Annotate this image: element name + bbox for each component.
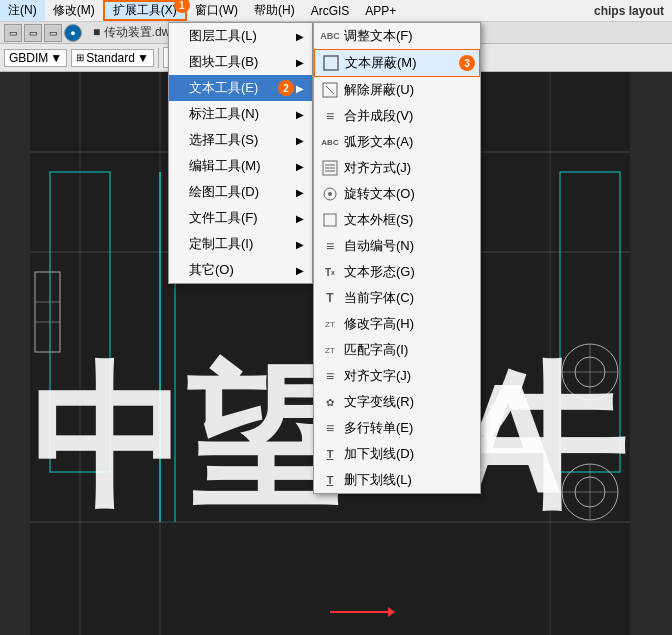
svg-rect-36 bbox=[324, 214, 336, 226]
menu-dingzhi[interactable]: 定制工具(I) ▶ bbox=[169, 231, 312, 257]
submenu-duohang[interactable]: ≡ 多行转单(E) bbox=[314, 415, 480, 441]
submenu-jiaxia[interactable]: T 加下划线(D) bbox=[314, 441, 480, 467]
toolbar-icon-2[interactable]: ▭ bbox=[24, 24, 42, 42]
svg-marker-26 bbox=[388, 607, 395, 617]
hebing-icon: ≡ bbox=[322, 108, 338, 124]
duiqiwen-icon: ≡ bbox=[322, 368, 338, 384]
svg-point-35 bbox=[328, 192, 332, 196]
kuozhan-dropdown: 图层工具(L) ▶ 图块工具(B) ▶ 文本工具(E) ▶ 2 标注工具(N) … bbox=[168, 22, 313, 284]
xuanzhuan-icon bbox=[322, 186, 338, 202]
svg-rect-10 bbox=[35, 272, 60, 352]
submenu-wenbenping[interactable]: 文本屏蔽(M) 3 bbox=[314, 49, 480, 77]
bianzhu-arrow: ▶ bbox=[296, 109, 304, 120]
toolbar-icon-4[interactable]: ● bbox=[64, 24, 82, 42]
toolbar-icon-3[interactable]: ▭ bbox=[44, 24, 62, 42]
duiqi-icon bbox=[322, 160, 338, 176]
wenben-submenu: ABC 调整文本(F) 文本屏蔽(M) 3 解除屏蔽(U) ≡ 合并成段(V) … bbox=[313, 22, 481, 494]
svg-rect-27 bbox=[324, 56, 338, 70]
svg-rect-0 bbox=[0, 72, 30, 635]
zibian-icon: ≡ bbox=[322, 238, 338, 254]
divider1 bbox=[158, 48, 159, 68]
pipei-icon: ZT bbox=[322, 342, 338, 358]
submenu-dangqian[interactable]: T 当前字体(C) bbox=[314, 285, 480, 311]
qita-arrow: ▶ bbox=[296, 265, 304, 276]
submenu-hebing[interactable]: ≡ 合并成段(V) bbox=[314, 103, 480, 129]
menu-qita[interactable]: 其它(O) ▶ bbox=[169, 257, 312, 283]
menu-zhu[interactable]: 注(N) bbox=[0, 0, 45, 21]
submenu-tiaozhen[interactable]: ABC 调整文本(F) bbox=[314, 23, 480, 49]
menu-chuangkou[interactable]: 窗口(W) bbox=[187, 0, 246, 21]
dingzhi-arrow: ▶ bbox=[296, 239, 304, 250]
submenu-wenzibian[interactable]: ✿ 文字变线(R) bbox=[314, 389, 480, 415]
gbdim-dropdown[interactable]: GBDIM ▼ bbox=[4, 49, 67, 67]
menu-bianji[interactable]: 编辑工具(M) ▶ bbox=[169, 153, 312, 179]
submenu-xuanzhuan[interactable]: 旋转文本(O) bbox=[314, 181, 480, 207]
submenu-zibian[interactable]: ≡ 自动编号(N) bbox=[314, 233, 480, 259]
submenu-duiqiwen[interactable]: ≡ 对齐文字(J) bbox=[314, 363, 480, 389]
submenu-pipei[interactable]: ZT 匹配字高(I) bbox=[314, 337, 480, 363]
shanxia-icon: T bbox=[322, 472, 338, 488]
menu-arcgis[interactable]: ArcGIS bbox=[303, 0, 358, 21]
wenbx-icon: Tx bbox=[322, 264, 338, 280]
tukuai-arrow: ▶ bbox=[296, 57, 304, 68]
xiugaizi-icon: ZT bbox=[322, 316, 338, 332]
submenu-duiqi[interactable]: 对齐方式(J) bbox=[314, 155, 480, 181]
huxing-icon: ABC bbox=[322, 134, 338, 150]
wenbenwai-icon bbox=[322, 212, 338, 228]
gbdim-arrow: ▼ bbox=[50, 51, 62, 65]
menu-app[interactable]: APP+ bbox=[357, 0, 404, 21]
svg-line-29 bbox=[326, 86, 334, 94]
menu-xiugai[interactable]: 修改(M) bbox=[45, 0, 103, 21]
menu-bianzhu[interactable]: 标注工具(N) ▶ bbox=[169, 101, 312, 127]
tiaozhen-icon: ABC bbox=[322, 28, 338, 44]
wenbenping-icon bbox=[323, 55, 339, 71]
xuanze-arrow: ▶ bbox=[296, 135, 304, 146]
menu-xuanze[interactable]: 选择工具(S) ▶ bbox=[169, 127, 312, 153]
tuceng-arrow: ▶ bbox=[296, 31, 304, 42]
jiechu-icon bbox=[322, 82, 338, 98]
dangqian-icon: T bbox=[322, 290, 338, 306]
bianji-arrow: ▶ bbox=[296, 161, 304, 172]
wenzibian-icon: ✿ bbox=[322, 394, 338, 410]
menu-wenjian[interactable]: 文件工具(F) ▶ bbox=[169, 205, 312, 231]
huitu-arrow: ▶ bbox=[296, 187, 304, 198]
wenjian-arrow: ▶ bbox=[296, 213, 304, 224]
standard-dropdown[interactable]: ⊞ Standard ▼ bbox=[71, 49, 154, 67]
chips-layout-label: chips layout bbox=[594, 4, 672, 18]
menu-huitu[interactable]: 绘图工具(D) ▶ bbox=[169, 179, 312, 205]
svg-text:牛: 牛 bbox=[470, 352, 626, 525]
menu-kuozhan[interactable]: 扩展工具(X) 1 bbox=[103, 0, 187, 21]
jiaxia-icon: T bbox=[322, 446, 338, 462]
submenu-huxing[interactable]: ABC 弧形文本(A) bbox=[314, 129, 480, 155]
wenben-arrow: ▶ bbox=[296, 83, 304, 94]
menubar: 注(N) 修改(M) 扩展工具(X) 1 窗口(W) 帮助(H) ArcGIS … bbox=[0, 0, 672, 22]
menu-tukuai[interactable]: 图块工具(B) ▶ bbox=[169, 49, 312, 75]
menu-wenben[interactable]: 文本工具(E) ▶ 2 bbox=[169, 75, 312, 101]
wenbenping-badge: 3 bbox=[459, 55, 475, 71]
submenu-xiugaizi[interactable]: ZT 修改字高(H) bbox=[314, 311, 480, 337]
duohang-icon: ≡ bbox=[322, 420, 338, 436]
svg-rect-1 bbox=[630, 72, 672, 635]
submenu-wenbenwai[interactable]: 文本外框(S) bbox=[314, 207, 480, 233]
submenu-shanxia[interactable]: T 删下划线(L) bbox=[314, 467, 480, 493]
submenu-jiechu[interactable]: 解除屏蔽(U) bbox=[314, 77, 480, 103]
wenben-badge: 2 bbox=[278, 80, 294, 96]
menu-tuceng[interactable]: 图层工具(L) ▶ bbox=[169, 23, 312, 49]
standard-arrow: ▼ bbox=[137, 51, 149, 65]
submenu-wenbx[interactable]: Tx 文本形态(G) bbox=[314, 259, 480, 285]
layer-file-label: ■ 传动装置.dwg bbox=[93, 24, 177, 41]
toolbar-icon-1[interactable]: ▭ bbox=[4, 24, 22, 42]
menu-bangzhu[interactable]: 帮助(H) bbox=[246, 0, 303, 21]
